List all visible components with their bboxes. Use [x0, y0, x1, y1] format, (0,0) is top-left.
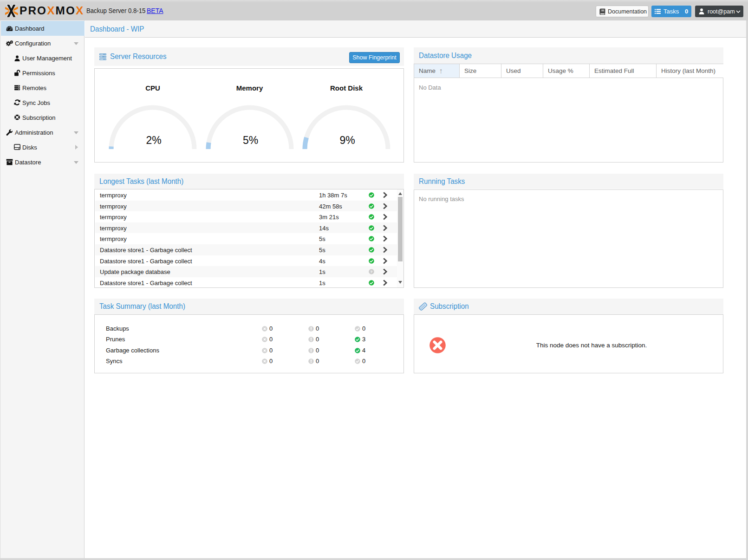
svg-text:?: ?	[371, 270, 373, 274]
